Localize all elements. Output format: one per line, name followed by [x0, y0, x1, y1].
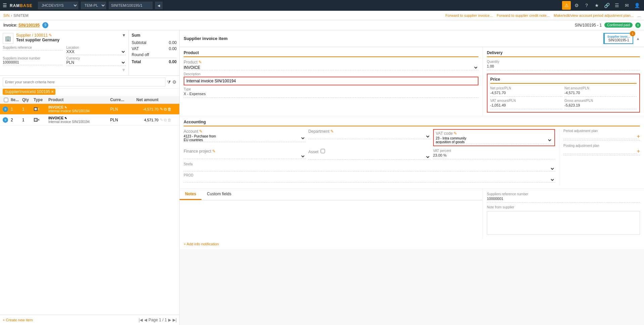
help-icon[interactable]: ?	[582, 1, 591, 10]
tab-notes[interactable]: Notes	[180, 189, 201, 200]
invoice-badge: 9	[42, 22, 48, 28]
supplier-row: 🏢 Supplier / 100011 ✎ Test supplier Germ…	[3, 33, 126, 44]
product-delivery-layout: Product Product ✎ INVOICE Description	[180, 47, 644, 116]
alert-icon[interactable]: ⚠	[562, 1, 571, 10]
vat-code-value[interactable]: 23 - Intra community acqusition of goods	[436, 136, 552, 144]
gear-icon[interactable]: ⚙	[172, 79, 177, 85]
row-action-edit-2[interactable]: ✎	[160, 118, 163, 122]
add-info-button[interactable]: + Add info notification	[184, 242, 219, 246]
row-action-delete-2[interactable]: 🗑	[168, 118, 172, 122]
product-field: Product ✎ INVOICE	[184, 60, 478, 70]
search-input[interactable]	[3, 78, 166, 86]
row-action-copy-2[interactable]: ⧉	[164, 118, 167, 122]
supplier-id-link[interactable]: Supplier / 100011	[16, 33, 48, 38]
invoice-id[interactable]: SIN/100195	[18, 23, 40, 28]
department-select[interactable]	[308, 134, 430, 139]
supplier-collapse-btn[interactable]: ▼	[3, 67, 126, 73]
strefa-select[interactable]	[184, 167, 555, 171]
row-action-edit-1[interactable]: ✎	[160, 107, 163, 112]
account-value[interactable]: 4123 - Purchase from EU countries	[184, 134, 306, 142]
asset-checkbox[interactable]	[321, 149, 325, 153]
supplier-edit-icon[interactable]: ✎	[49, 33, 52, 38]
account-select[interactable]	[220, 136, 306, 140]
user-icon[interactable]: 👤	[633, 1, 641, 10]
breadcrumb-sin[interactable]: SIN	[3, 13, 9, 17]
star-icon[interactable]: ★	[592, 1, 601, 10]
posting-adj-label: Posting adjustment plan	[563, 144, 640, 148]
prod-value[interactable]	[184, 178, 555, 182]
asset-value[interactable]	[308, 155, 430, 160]
subtotal-value: 0.00	[169, 40, 177, 45]
finance-project-value[interactable]	[184, 154, 306, 159]
product-select[interactable]	[200, 65, 478, 70]
pagination-next[interactable]: ▶	[168, 318, 171, 322]
product-value[interactable]: INVOICE	[184, 65, 478, 70]
finance-project-select[interactable]	[184, 154, 306, 159]
more-actions-icon[interactable]: ...	[638, 13, 641, 17]
product-edit-icon[interactable]: ✎	[198, 60, 202, 65]
delivery-section: Delivery Quantity 1.00	[487, 50, 640, 70]
template-dropdown[interactable]: TEM-PL	[81, 2, 106, 9]
asset-label: Asset	[308, 149, 430, 154]
suppliers-ref-label: Suppliers reference	[3, 46, 62, 49]
suppliers-ref-num-field: Suppliers reference number 10000001	[487, 192, 640, 203]
menu-icon[interactable]: ☰	[612, 1, 621, 10]
filter-icon[interactable]: ⧩	[167, 79, 171, 85]
location-select[interactable]	[76, 49, 126, 54]
period-adj-add-icon[interactable]: +	[637, 133, 640, 139]
finance-project-edit-icon[interactable]: ✎	[212, 149, 216, 154]
path-input[interactable]	[109, 2, 152, 9]
table-row[interactable]: 9 1 1 🔲× INVOICE ✎ Internal invoice SIN/…	[0, 104, 179, 115]
subtotal-label: Subtotal	[132, 40, 146, 45]
currency-value[interactable]: PLN	[66, 60, 126, 66]
account-period-link[interactable]: Make/edit/view account period adjustment…	[554, 13, 634, 17]
sinv-card[interactable]: Supplier invoi... SIN/100195-1 1	[603, 33, 633, 44]
vat-code-select[interactable]	[475, 138, 552, 143]
strefa-value[interactable]	[184, 167, 555, 171]
forward-credit-note-link[interactable]: Forward to supplier credit note...	[497, 13, 550, 17]
pagination-last[interactable]: ▶|	[173, 318, 177, 322]
tab-custom-fields[interactable]: Custom fields	[201, 189, 237, 200]
gross-amount-label: Gross amount/PLN	[564, 99, 637, 103]
status-badge: Confirmed paid	[604, 23, 633, 28]
vat-amount-field: VAT amount/PLN -1,051.49	[490, 99, 562, 109]
accounting-right: Period adjustment plan + Posting adjustm…	[559, 129, 640, 185]
type-label: Type	[184, 87, 478, 91]
select-all-checkbox[interactable]	[3, 98, 9, 102]
note-from-supplier-textarea[interactable]	[487, 211, 640, 235]
pagination-prev[interactable]: ◀	[144, 318, 147, 322]
row-qty-2: 1	[22, 118, 32, 122]
settings-icon[interactable]: ⚙	[572, 1, 581, 10]
currency-select[interactable]	[76, 60, 126, 65]
mail-icon[interactable]: ✉	[623, 1, 631, 10]
nav-back-button[interactable]: ◀	[155, 2, 163, 9]
notes-right-section: Suppliers reference number 10000001 Note…	[483, 189, 644, 239]
row-action-delete-1[interactable]: 🗑	[168, 107, 172, 112]
product-section-title: Product	[184, 50, 478, 57]
department-value[interactable]	[308, 134, 430, 139]
pagination-first[interactable]: |◀	[139, 318, 143, 322]
row-action-copy-1[interactable]: ⧉	[164, 107, 167, 112]
forward-supplier-invoice-link[interactable]: Forward to supplier invoice...	[446, 13, 493, 17]
description-value[interactable]: Internal invoice SIN/100194	[184, 77, 478, 85]
account-edit-icon[interactable]: ✎	[199, 129, 202, 134]
asset-select[interactable]	[308, 155, 430, 159]
vat-code-edit-icon[interactable]: ✎	[454, 131, 457, 136]
table-row[interactable]: 9 2 1 🔲× INVOICE ✎ Internal invoice SIN/…	[0, 115, 179, 125]
location-value[interactable]: XXX	[66, 49, 126, 55]
sinv-collapse-icon[interactable]: ▲	[636, 36, 640, 41]
link-icon[interactable]: 🔗	[602, 1, 611, 10]
row-qty-1: 1	[22, 107, 32, 112]
company-dropdown[interactable]: JHCDEVSYS	[38, 2, 78, 9]
vat-label: VAT	[132, 46, 139, 51]
create-item-button[interactable]: + Create new item	[3, 318, 33, 322]
row-num-1: 1	[11, 107, 21, 112]
department-edit-icon[interactable]: ✎	[330, 129, 334, 134]
vat-code-label: VAT code ✎	[436, 131, 552, 136]
hamburger-icon[interactable]: ☰	[3, 3, 7, 8]
supplier-collapse-icon[interactable]: ▼	[122, 33, 126, 38]
filter-tag-remove[interactable]: ×	[51, 89, 53, 94]
prod-select[interactable]	[184, 178, 555, 182]
posting-adj-add-icon[interactable]: +	[637, 148, 640, 154]
accounting-row2: Finance project ✎ Asset	[184, 149, 555, 160]
